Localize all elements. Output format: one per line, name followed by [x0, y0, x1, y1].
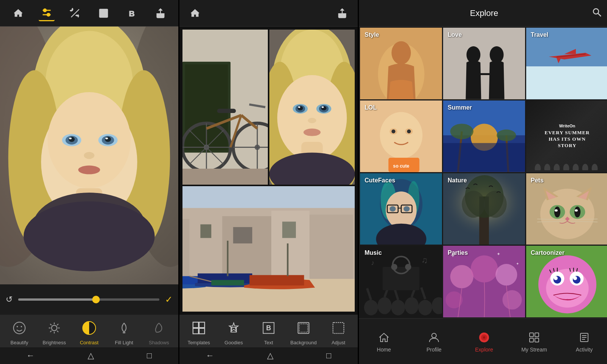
nav-explore-label: Explore	[475, 347, 493, 353]
collage-panel: Templates Goodies B Tex	[179, 0, 358, 364]
svg-point-29	[24, 201, 155, 271]
text-tool[interactable]: B Text	[255, 318, 282, 345]
svg-point-20	[69, 138, 72, 140]
confirm-button[interactable]: ✓	[165, 294, 173, 305]
category-travel[interactable]: Travel	[526, 28, 607, 99]
svg-point-181	[391, 300, 405, 315]
nav-profile[interactable]: Profile	[419, 331, 449, 353]
controls-bar: ↺ ✓	[0, 284, 178, 315]
nav-activity-label: Activity	[576, 347, 593, 353]
svg-rect-105	[199, 322, 204, 328]
collage-home-nav-button[interactable]: △	[267, 351, 274, 361]
back-button[interactable]: ←	[27, 351, 35, 361]
svg-point-114	[593, 9, 599, 14]
collage-cell-bicycle[interactable]	[182, 30, 268, 185]
svg-point-192	[391, 264, 397, 270]
svg-rect-64	[182, 169, 268, 185]
svg-point-200	[445, 292, 462, 309]
home-button[interactable]	[10, 5, 26, 21]
templates-tool[interactable]: Templates	[186, 318, 212, 345]
collage-share-button[interactable]	[334, 5, 350, 21]
svg-point-79	[322, 106, 324, 108]
travel-label: Travel	[531, 31, 548, 38]
sliders-button[interactable]	[39, 5, 55, 21]
nature-label: Nature	[448, 177, 467, 184]
svg-point-171	[574, 206, 580, 217]
contrast-tool[interactable]: Contrast	[76, 318, 102, 345]
editor-toolbar: B	[0, 0, 178, 27]
tools-row: Beautify Brightness	[0, 315, 178, 347]
collage-recent-button[interactable]: □	[326, 351, 331, 361]
collage-cell-portrait[interactable]	[269, 30, 355, 185]
svg-point-201	[502, 290, 522, 310]
category-summer[interactable]: Summer	[443, 100, 525, 172]
collage-toolbar	[179, 0, 358, 27]
svg-rect-119	[443, 28, 525, 99]
category-love[interactable]: Love	[443, 28, 525, 99]
goodies-tool[interactable]: Goodies	[220, 318, 247, 345]
category-cutefaces[interactable]: CuteFaces	[360, 173, 442, 245]
category-lol[interactable]: so cute LOL	[360, 100, 442, 172]
templates-label: Templates	[187, 340, 210, 345]
category-pets[interactable]: Pets	[526, 173, 607, 245]
category-style[interactable]: Style	[360, 28, 442, 99]
adjust-tool[interactable]: Adjust	[325, 318, 352, 345]
category-cartoonizer[interactable]: Cartoonizer	[526, 246, 607, 317]
svg-rect-224	[530, 333, 533, 337]
svg-point-31	[17, 326, 18, 328]
collage-back-button[interactable]: ←	[206, 351, 214, 361]
recent-button[interactable]: □	[147, 351, 152, 361]
background-tool[interactable]: Background	[290, 318, 317, 345]
svg-point-193	[405, 264, 411, 270]
bold-button[interactable]: B	[124, 5, 140, 21]
wand-button[interactable]	[67, 5, 83, 21]
home-nav-button[interactable]: △	[88, 351, 94, 361]
fill-light-tool[interactable]: Fill Light	[111, 318, 137, 345]
svg-point-198	[471, 256, 498, 282]
svg-point-32	[21, 326, 22, 328]
collage-cell-boats[interactable]	[182, 186, 355, 312]
category-writeon[interactable]: WriteOn EVERY SUMMERHAS ITS OWNSTORY	[526, 100, 607, 172]
svg-rect-95	[282, 222, 296, 238]
svg-rect-106	[193, 328, 198, 334]
explore-header: Explore	[359, 0, 607, 27]
category-parties[interactable]: ✦ ✦ ✦ Parties	[443, 246, 525, 317]
brightness-tool[interactable]: Brightness	[41, 318, 68, 345]
share-button[interactable]	[153, 5, 168, 21]
editor-photo	[0, 27, 178, 284]
parties-label: Parties	[448, 249, 468, 256]
beautify-tool[interactable]: Beautify	[6, 318, 33, 345]
category-nature[interactable]: Nature	[443, 173, 525, 245]
collage-home-button[interactable]	[187, 5, 203, 21]
svg-rect-99	[211, 280, 244, 286]
nav-home[interactable]: Home	[369, 331, 399, 353]
svg-rect-190	[383, 267, 420, 290]
svg-text:B: B	[129, 9, 134, 18]
nav-activity[interactable]: Activity	[569, 331, 599, 353]
frame-button[interactable]	[96, 5, 112, 21]
svg-point-146	[573, 164, 579, 170]
svg-point-80	[308, 118, 316, 123]
svg-rect-227	[535, 338, 539, 342]
svg-point-140	[497, 129, 516, 141]
shadows-tool[interactable]: Shadows	[146, 318, 172, 345]
editor-nav: ← △ □	[0, 347, 178, 364]
lol-label: LOL	[365, 104, 377, 111]
adjustment-slider[interactable]	[18, 298, 159, 301]
svg-text:♪: ♪	[371, 259, 374, 267]
category-music[interactable]: ♪ ♫ Music	[360, 246, 442, 317]
explore-title: Explore	[470, 8, 498, 18]
undo-button[interactable]: ↺	[6, 295, 13, 304]
nav-home-label: Home	[377, 347, 391, 353]
search-button[interactable]	[592, 7, 602, 19]
nav-mystream[interactable]: My Stream	[519, 331, 549, 353]
svg-point-142	[535, 164, 541, 170]
activity-nav-icon	[577, 331, 591, 344]
svg-point-170	[554, 206, 560, 217]
svg-rect-112	[299, 324, 308, 332]
svg-rect-104	[193, 322, 198, 328]
svg-point-118	[392, 41, 411, 64]
svg-rect-107	[199, 328, 204, 334]
svg-point-158	[404, 206, 410, 211]
nav-explore[interactable]: Explore	[469, 331, 499, 353]
